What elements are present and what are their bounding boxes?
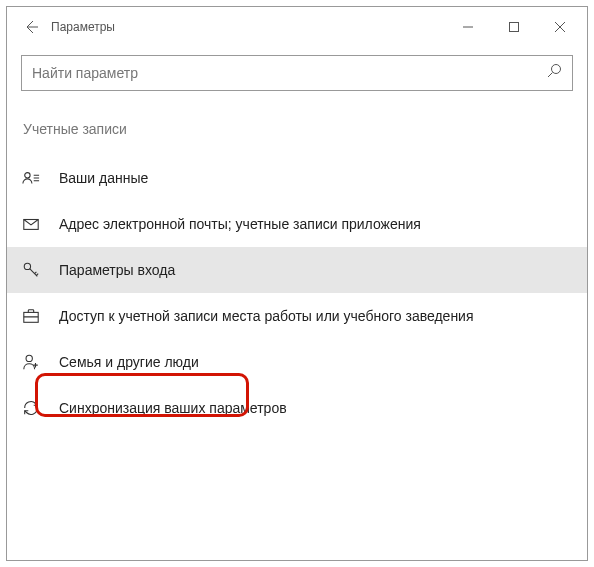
person-add-icon [21,352,41,372]
nav-item-label: Ваши данные [59,170,148,186]
nav-item-label: Семья и другие люди [59,354,199,370]
nav-item-label: Доступ к учетной записи места работы или… [59,308,474,324]
nav-item-signin-options[interactable]: Параметры входа [7,247,587,293]
svg-point-2 [25,173,30,178]
window-title: Параметры [51,20,115,34]
settings-window: Параметры Учетные записи [6,6,588,561]
back-button[interactable] [11,7,51,47]
key-icon [21,260,41,280]
content-area: Учетные записи Ваши данные [7,47,587,439]
search-input[interactable] [32,65,546,81]
svg-point-4 [24,263,30,269]
section-header: Учетные записи [21,115,573,155]
minimize-icon [463,22,473,32]
nav-item-sync[interactable]: Синхронизация ваших параметров [7,385,587,431]
back-arrow-icon [23,19,39,35]
svg-point-6 [26,355,32,361]
close-button[interactable] [537,7,583,47]
svg-point-1 [552,65,561,74]
nav-list: Ваши данные Адрес электронной почты; уче… [7,155,587,431]
maximize-button[interactable] [491,7,537,47]
maximize-icon [509,22,519,32]
minimize-button[interactable] [445,7,491,47]
nav-item-work-access[interactable]: Доступ к учетной записи места работы или… [7,293,587,339]
titlebar: Параметры [7,7,587,47]
person-card-icon [21,168,41,188]
mail-icon [21,214,41,234]
nav-item-email-accounts[interactable]: Адрес электронной почты; учетные записи … [7,201,587,247]
svg-rect-0 [510,23,519,32]
nav-item-label: Адрес электронной почты; учетные записи … [59,216,421,232]
nav-item-your-info[interactable]: Ваши данные [7,155,587,201]
sync-icon [21,398,41,418]
nav-item-label: Синхронизация ваших параметров [59,400,287,416]
window-controls [445,7,583,47]
search-icon [546,63,562,83]
close-icon [555,22,565,32]
briefcase-icon [21,306,41,326]
nav-item-family[interactable]: Семья и другие люди [7,339,587,385]
search-box[interactable] [21,55,573,91]
nav-item-label: Параметры входа [59,262,175,278]
